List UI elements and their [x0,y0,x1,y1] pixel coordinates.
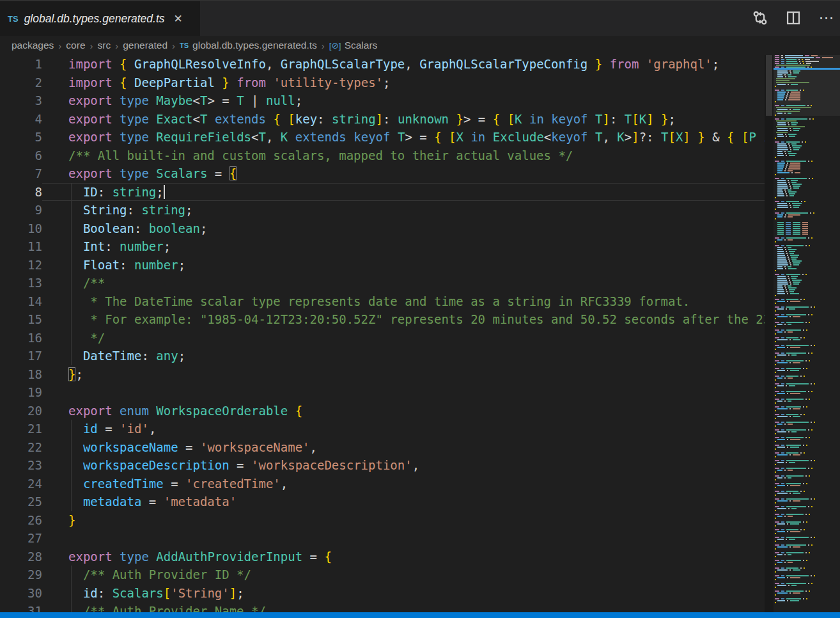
breadcrumb-item-generated[interactable]: generated› [123,40,180,51]
code-line-24: 24 createdTime = 'createdTime', [0,475,772,493]
code-line-10: 10 Boolean: boolean; [0,219,772,238]
code-line-20: 20export enum WorkspaceOrderable { [0,402,772,420]
code-line-19: 19 [0,383,772,402]
line-number: 31 [0,602,42,612]
line-number: 26 [0,511,42,530]
line-number: 9 [0,201,42,219]
code-line-25: 25 metadata = 'metadata' [0,493,772,511]
line-number: 11 [0,237,42,256]
typescript-file-icon: TS [180,42,189,49]
code-line-12: 12 Float: number; [0,256,772,274]
code-line-23: 23 workspaceDescription = 'workspaceDesc… [0,456,772,475]
code-line-22: 22 workspaceName = 'workspaceName', [0,438,772,457]
minimap[interactable] [774,55,840,612]
line-number: 24 [0,475,42,493]
line-number: 13 [0,274,42,292]
code-line-1: 1import { GraphQLResolveInfo, GraphQLSca… [0,55,772,74]
minimap-slider[interactable] [774,55,840,116]
line-number: 3 [0,91,42,110]
symbol-icon: [⊘] [329,40,341,51]
line-number: 20 [0,402,42,420]
breadcrumb-separator: › [322,40,325,51]
code-line-6: 6/** All built-in and custom scalars, ma… [0,147,772,165]
line-number: 12 [0,256,42,274]
close-tab-icon[interactable]: ✕ [174,13,183,24]
code-line-31: 31 /** Auth Provider Name */ [0,602,772,612]
editor-actions: ⋯ [751,8,836,28]
line-number: 21 [0,420,42,438]
code-line-15: 15 * For example: "1985-04-12T23:20:50.5… [0,310,772,329]
line-number: 2 [0,74,42,92]
line-number: 27 [0,529,42,548]
code-line-7: 7export type Scalars = { [0,164,772,183]
breadcrumb-separator: › [115,40,118,51]
more-actions-icon[interactable]: ⋯ [817,8,836,28]
indent-guide [71,420,72,511]
code-line-9: 9 String: string; [0,201,772,219]
scrollbar-slider[interactable] [766,55,772,116]
line-number: 4 [0,110,42,129]
line-number: 23 [0,456,42,475]
line-number: 28 [0,548,42,566]
breadcrumb: packages›core›src›generated›TSglobal.db.… [0,36,840,55]
code-line-18: 18}; [0,365,772,384]
line-number: 14 [0,292,42,311]
split-editor-icon[interactable] [784,8,803,28]
code-line-29: 29 /** Auth Provider ID */ [0,566,772,584]
code-line-3: 3export type Maybe<T> = T | null; [0,91,772,110]
tab-title: global.db.types.generated.ts [24,12,165,26]
code-line-26: 26} [0,511,772,530]
code-line-14: 14 * The DateTime scalar type represents… [0,292,772,311]
code-line-28: 28export type AddAuthProviderInput = { [0,548,772,566]
code-line-8: 8 ID: string; [0,183,772,202]
line-number: 8 [0,183,42,202]
text-cursor [164,185,165,199]
code-line-30: 30 id: Scalars['String']; [0,584,772,603]
line-number: 19 [0,383,42,402]
breadcrumb-item-packages[interactable]: packages› [12,40,66,51]
indent-guide [71,566,72,612]
line-number: 5 [0,128,42,147]
code-line-27: 27 [0,529,772,548]
breadcrumb-item-global-db-types-generated-ts[interactable]: TSglobal.db.types.generated.ts› [180,40,329,51]
breadcrumb-separator: › [172,40,175,51]
vertical-scrollbar[interactable] [765,55,774,612]
breadcrumb-separator: › [58,40,61,51]
line-number: 16 [0,329,42,347]
minimap-content [774,55,840,606]
tab-bar: TS global.db.types.generated.ts ✕ [0,0,840,36]
breadcrumb-separator: › [90,40,93,51]
line-number: 6 [0,147,42,165]
tab-global-db-types[interactable]: TS global.db.types.generated.ts ✕ [0,1,200,36]
code-line-17: 17 DateTime: any; [0,347,772,365]
vscode-window: TS global.db.types.generated.ts ✕ [0,0,840,618]
code-line-5: 5export type RequireFields<T, K extends … [0,128,772,147]
typescript-file-icon: TS [8,14,19,24]
line-number: 1 [0,55,42,74]
breadcrumb-item-core[interactable]: core› [66,40,97,51]
code-line-2: 2import { DeepPartial } from 'utility-ty… [0,74,772,92]
line-number: 29 [0,566,42,584]
breadcrumb-item-scalars[interactable]: [⊘]Scalars [329,40,378,51]
breadcrumb-item-src[interactable]: src› [98,40,123,51]
line-number: 7 [0,164,42,183]
code-line-4: 4export type Exact<T extends { [key: str… [0,110,772,129]
indent-guide [71,183,72,365]
status-bar [0,612,840,618]
code-line-11: 11 Int: number; [0,237,772,256]
code-line-16: 16 */ [0,329,772,347]
line-number: 18 [0,365,42,384]
open-changes-icon[interactable] [751,8,770,28]
line-number: 25 [0,493,42,511]
code-line-21: 21 id = 'id', [0,420,772,438]
code-editor[interactable]: 1import { GraphQLResolveInfo, GraphQLSca… [0,55,772,612]
code-line-13: 13 /** [0,274,772,292]
line-number: 17 [0,347,42,365]
line-number: 22 [0,438,42,457]
line-number: 15 [0,310,42,329]
line-number: 30 [0,584,42,603]
line-number: 10 [0,219,42,238]
